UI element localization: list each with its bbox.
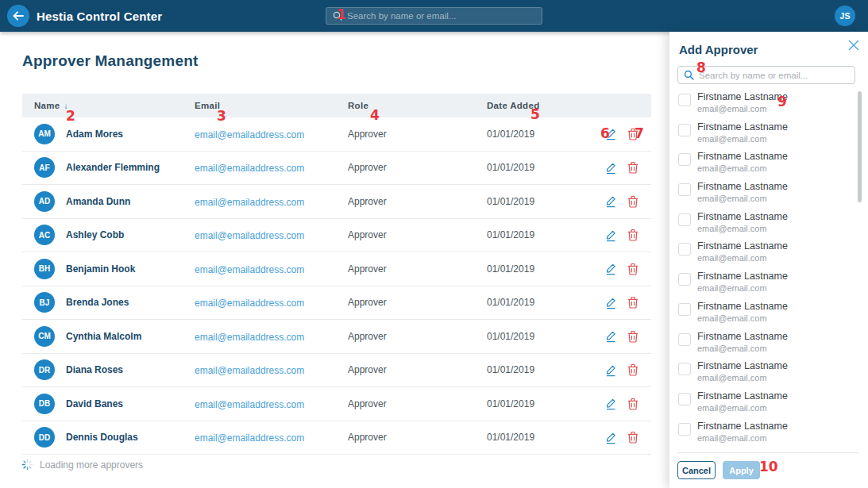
- delete-icon[interactable]: [627, 398, 638, 410]
- approver-email-link[interactable]: email@emailaddress.com: [195, 163, 304, 174]
- approver-role: Approver: [348, 229, 487, 240]
- delete-icon[interactable]: [627, 330, 638, 343]
- approver-email-link[interactable]: email@emailaddress.com: [195, 264, 304, 275]
- avatar: DD: [34, 427, 55, 448]
- approver-email-link[interactable]: email@emailaddress.com: [195, 332, 304, 343]
- candidate-list-item[interactable]: Firstname Lastname email@email.com: [669, 390, 855, 421]
- add-approver-panel: Add Approver Firstname Lastname email@em…: [669, 32, 868, 488]
- delete-icon[interactable]: [627, 161, 638, 174]
- candidate-list-item[interactable]: Firstname Lastname email@email.com: [669, 211, 855, 241]
- table-header-row: Name ↓ Email Role Date Added: [22, 94, 651, 117]
- approver-role: Approver: [348, 162, 487, 173]
- edit-icon[interactable]: [604, 262, 617, 275]
- panel-search-input[interactable]: [699, 71, 849, 80]
- candidate-list-item[interactable]: Firstname Lastname email@email.com: [669, 360, 855, 390]
- candidate-checkbox[interactable]: [678, 94, 691, 106]
- column-header-date-added[interactable]: Date Added: [487, 101, 596, 110]
- delete-icon[interactable]: [627, 229, 638, 241]
- candidate-list-item[interactable]: Firstname Lastname email@email.com: [669, 121, 855, 152]
- table-row: DR Diana Roses email@emailaddress.com Ap…: [22, 354, 651, 388]
- approver-role: Approver: [348, 196, 487, 207]
- edit-icon[interactable]: [604, 397, 617, 410]
- approver-email-link[interactable]: email@emailaddress.com: [195, 197, 304, 208]
- approver-date-added: 01/01/2019: [487, 432, 596, 443]
- table-body: AM Adam Mores email@emailaddress.com App…: [22, 117, 651, 455]
- table-row: AD Amanda Dunn email@emailaddress.com Ap…: [22, 185, 651, 219]
- candidate-checkbox[interactable]: [678, 183, 691, 196]
- approver-role: Approver: [348, 263, 487, 275]
- column-header-name[interactable]: Name ↓: [34, 101, 195, 110]
- candidate-checkbox[interactable]: [678, 124, 691, 136]
- table-row: BH Benjamin Hook email@emailaddress.com …: [22, 252, 651, 286]
- approver-email-link[interactable]: email@emailaddress.com: [195, 365, 304, 376]
- global-search-input[interactable]: [347, 11, 535, 21]
- approver-email-link[interactable]: email@emailaddress.com: [195, 399, 304, 410]
- approver-role: Approver: [348, 364, 487, 375]
- annotation-10: 10: [759, 459, 778, 475]
- footer-divider: [677, 452, 858, 453]
- approver-date-added: 01/01/2019: [487, 331, 596, 342]
- edit-icon[interactable]: [604, 363, 617, 377]
- global-search[interactable]: [326, 7, 542, 25]
- annotation-8: 8: [696, 60, 706, 75]
- candidate-list: Firstname Lastname email@email.com First…: [669, 91, 855, 450]
- approver-role: Approver: [348, 398, 487, 409]
- candidate-list-item[interactable]: Firstname Lastname email@email.com: [669, 181, 855, 211]
- edit-icon[interactable]: [604, 431, 617, 444]
- edit-icon[interactable]: [604, 296, 617, 309]
- candidate-checkbox[interactable]: [678, 243, 691, 256]
- candidate-list-item[interactable]: Firstname Lastname email@email.com: [669, 240, 855, 271]
- cancel-button[interactable]: Cancel: [677, 461, 716, 479]
- approver-date-added: 01/01/2019: [487, 398, 596, 409]
- candidate-checkbox[interactable]: [678, 363, 691, 375]
- candidate-list-item[interactable]: Firstname Lastname email@email.com: [669, 91, 855, 121]
- edit-icon[interactable]: [604, 329, 617, 343]
- edit-icon[interactable]: [604, 161, 617, 175]
- edit-icon[interactable]: [604, 194, 617, 208]
- candidate-checkbox[interactable]: [678, 273, 691, 286]
- loading-indicator: Loading more approvers: [21, 459, 143, 471]
- approver-email-link[interactable]: email@emailaddress.com: [195, 298, 304, 309]
- candidate-list-item[interactable]: Firstname Lastname email@email.com: [669, 301, 855, 331]
- column-header-role[interactable]: Role: [348, 101, 487, 110]
- candidate-name: Firstname Lastname: [697, 151, 788, 162]
- approver-name: David Banes: [66, 398, 123, 409]
- edit-icon[interactable]: [604, 229, 617, 242]
- approver-email-link[interactable]: email@emailaddress.com: [195, 432, 304, 444]
- avatar: BH: [34, 259, 55, 279]
- approver-email-link[interactable]: email@emailaddress.com: [195, 129, 304, 140]
- close-icon[interactable]: [848, 40, 859, 54]
- candidate-checkbox[interactable]: [678, 423, 691, 436]
- candidate-list-item[interactable]: Firstname Lastname email@email.com: [669, 421, 855, 451]
- approver-name: Ashley Cobb: [66, 229, 124, 240]
- scrollbar-thumb[interactable]: [858, 91, 862, 202]
- annotation-4: 4: [370, 107, 380, 123]
- candidate-list-item[interactable]: Firstname Lastname email@email.com: [669, 271, 855, 301]
- avatar: DB: [34, 394, 55, 414]
- delete-icon[interactable]: [627, 431, 638, 444]
- back-button[interactable]: [7, 5, 29, 27]
- candidate-checkbox[interactable]: [678, 153, 691, 166]
- delete-icon[interactable]: [627, 363, 638, 376]
- avatar: AF: [34, 157, 55, 178]
- page-title: Approver Manangement: [22, 52, 198, 70]
- avatar: AD: [34, 191, 55, 212]
- delete-icon[interactable]: [627, 263, 638, 275]
- candidate-list-item[interactable]: Firstname Lastname email@email.com: [669, 151, 855, 181]
- delete-icon[interactable]: [627, 296, 638, 309]
- user-avatar[interactable]: JS: [835, 6, 855, 26]
- candidate-checkbox[interactable]: [678, 213, 691, 226]
- approver-date-added: 01/01/2019: [487, 364, 596, 375]
- apply-button[interactable]: Apply: [723, 461, 760, 479]
- panel-title: Add Approver: [679, 43, 758, 56]
- candidate-checkbox[interactable]: [678, 393, 691, 405]
- candidate-checkbox[interactable]: [678, 333, 691, 346]
- candidate-list-item[interactable]: Firstname Lastname email@email.com: [669, 331, 855, 361]
- approver-name: Amanda Dunn: [66, 196, 130, 207]
- approver-date-added: 01/01/2019: [487, 129, 596, 140]
- approver-email-link[interactable]: email@emailaddress.com: [195, 230, 304, 241]
- candidate-checkbox[interactable]: [678, 303, 691, 316]
- delete-icon[interactable]: [627, 195, 638, 208]
- avatar: AC: [34, 225, 55, 245]
- annotation-9: 9: [777, 94, 787, 110]
